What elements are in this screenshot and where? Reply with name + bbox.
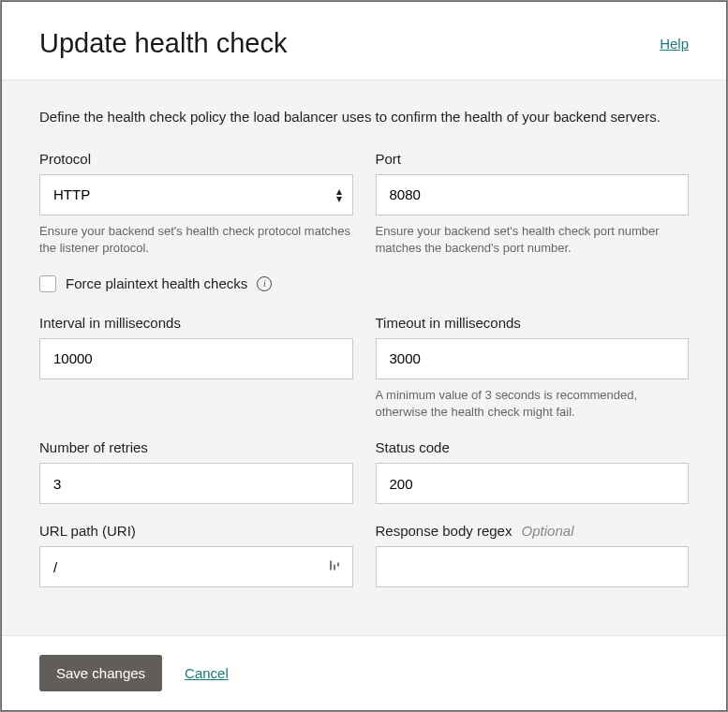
timeout-label: Timeout in milliseconds	[376, 315, 690, 331]
timeout-input[interactable]	[376, 338, 690, 379]
info-icon[interactable]: i	[257, 276, 272, 291]
force-plaintext-row: Force plaintext health checks i	[39, 275, 689, 292]
force-plaintext-label: Force plaintext health checks	[66, 275, 247, 291]
row-interval-timeout: Interval in milliseconds Timeout in mill…	[39, 315, 689, 421]
field-url-path: URL path (URI)	[39, 523, 353, 587]
field-protocol: Protocol ▴▾ Ensure your backend set's he…	[39, 151, 353, 257]
protocol-helper: Ensure your backend set's health check p…	[39, 223, 353, 257]
dialog-title: Update health check	[39, 28, 287, 59]
response-regex-input[interactable]	[376, 546, 690, 587]
status-code-input[interactable]	[376, 463, 690, 504]
port-label: Port	[376, 151, 690, 167]
save-button[interactable]: Save changes	[39, 655, 162, 691]
force-plaintext-checkbox[interactable]	[39, 275, 56, 292]
row-retries-status: Number of retries Status code	[39, 439, 689, 504]
port-helper: Ensure your backend set's health check p…	[376, 223, 690, 257]
dialog-footer: Save changes Cancel	[2, 635, 726, 710]
field-port: Port Ensure your backend set's health ch…	[376, 151, 690, 257]
field-status-code: Status code	[376, 439, 690, 504]
interval-input[interactable]	[39, 338, 353, 379]
help-link[interactable]: Help	[660, 36, 689, 52]
retries-label: Number of retries	[39, 439, 353, 455]
field-timeout: Timeout in milliseconds A minimum value …	[376, 315, 690, 421]
retries-input[interactable]	[39, 463, 353, 504]
port-input[interactable]	[376, 174, 690, 215]
url-path-label: URL path (URI)	[39, 523, 353, 539]
dialog-body: Define the health check policy the load …	[2, 81, 726, 635]
protocol-label: Protocol	[39, 151, 353, 167]
cancel-button[interactable]: Cancel	[185, 665, 229, 681]
protocol-select[interactable]	[39, 174, 353, 215]
response-regex-label: Response body regex Optional	[376, 523, 690, 539]
field-retries: Number of retries	[39, 439, 353, 504]
timeout-helper: A minimum value of 3 seconds is recommen…	[376, 387, 690, 421]
interval-label: Interval in milliseconds	[39, 315, 353, 331]
response-regex-label-text: Response body regex	[376, 523, 513, 539]
status-code-label: Status code	[376, 439, 690, 455]
field-response-regex: Response body regex Optional	[376, 523, 690, 587]
row-url-regex: URL path (URI) Response body regex Optio…	[39, 523, 689, 587]
field-interval: Interval in milliseconds	[39, 315, 353, 421]
update-health-check-dialog: Update health check Help Define the heal…	[1, 1, 727, 711]
url-path-input-wrap	[39, 546, 353, 587]
url-path-input[interactable]	[39, 546, 353, 587]
dialog-description: Define the health check policy the load …	[39, 107, 689, 128]
response-regex-optional: Optional	[522, 523, 574, 539]
dialog-header: Update health check Help	[2, 2, 726, 81]
row-protocol-port: Protocol ▴▾ Ensure your backend set's he…	[39, 151, 689, 257]
protocol-select-wrap: ▴▾	[39, 174, 353, 215]
